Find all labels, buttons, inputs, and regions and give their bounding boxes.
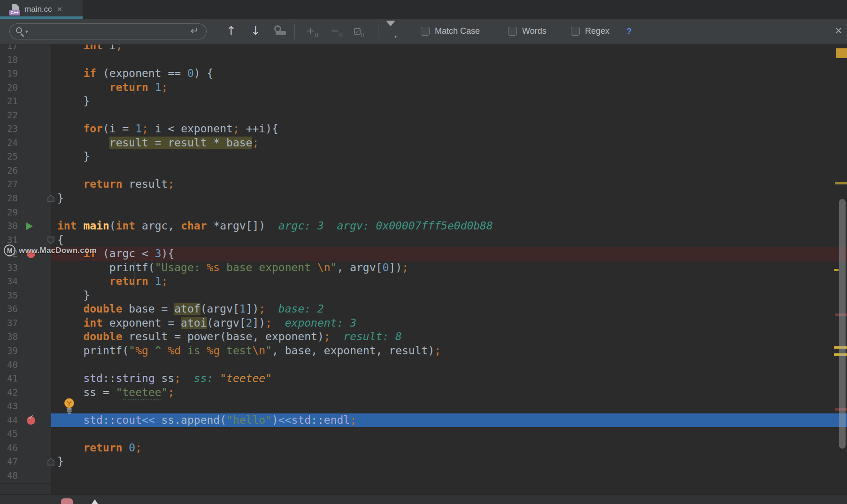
gutter[interactable]: 18 bbox=[0, 53, 51, 67]
breakpoint-checked-icon[interactable] bbox=[27, 416, 35, 425]
code-text[interactable] bbox=[51, 108, 847, 122]
code-text[interactable]: if (argc < 3){ bbox=[51, 247, 847, 261]
gutter[interactable]: 21 bbox=[0, 94, 51, 108]
find-in-selection-icon[interactable] bbox=[274, 25, 286, 35]
code-text[interactable]: } bbox=[51, 150, 847, 164]
regex-option[interactable]: Regex bbox=[571, 26, 609, 36]
code-text[interactable]: { bbox=[51, 233, 847, 247]
gutter[interactable]: 33 bbox=[0, 261, 51, 275]
code-line-40[interactable]: 40 bbox=[0, 358, 847, 372]
code-line-22[interactable]: 22 bbox=[0, 108, 847, 122]
code-text[interactable]: result = result * base; bbox=[51, 136, 847, 150]
words-option[interactable]: Words bbox=[508, 26, 547, 36]
gutter[interactable]: 39 bbox=[0, 344, 51, 358]
code-line-27[interactable]: 27 return result; bbox=[0, 177, 847, 191]
search-input[interactable] bbox=[33, 25, 188, 38]
code-line-24[interactable]: 24 result = result * base; bbox=[0, 136, 847, 150]
gutter[interactable]: 41 bbox=[0, 372, 51, 386]
code-line-47[interactable]: 47} bbox=[0, 455, 847, 469]
gutter[interactable]: 46 bbox=[0, 441, 51, 455]
run-button[interactable] bbox=[26, 222, 33, 230]
gutter[interactable]: 42 bbox=[0, 386, 51, 400]
gutter[interactable]: 24 bbox=[0, 136, 51, 150]
gutter[interactable]: 30 bbox=[0, 219, 51, 233]
intention-bulb-icon[interactable] bbox=[64, 398, 75, 416]
gutter[interactable]: 23 bbox=[0, 122, 51, 136]
code-text[interactable]: printf("%g ^ %d is %g test\n", base, exp… bbox=[51, 344, 847, 358]
code-text[interactable]: if (exponent == 0) { bbox=[51, 67, 847, 81]
code-text[interactable] bbox=[51, 399, 847, 413]
gutter[interactable]: 34 bbox=[0, 275, 51, 289]
code-line-43[interactable]: 43 bbox=[0, 399, 847, 413]
gutter[interactable]: 22 bbox=[0, 108, 51, 122]
add-occurrence-button[interactable]: +II bbox=[306, 25, 319, 38]
gutter[interactable]: 29 bbox=[0, 206, 51, 220]
code-text[interactable]: printf("Usage: %s base exponent \n", arg… bbox=[51, 261, 847, 275]
code-text[interactable]: } bbox=[51, 289, 847, 303]
code-text[interactable]: double base = atof(argv[1]); base: 2 bbox=[51, 302, 847, 316]
filter-search-results-button[interactable]: ▾ bbox=[386, 26, 395, 35]
code-line-48[interactable]: 48 bbox=[0, 469, 847, 483]
match-case-option[interactable]: Match Case bbox=[421, 26, 480, 36]
panel-arrow-icon[interactable] bbox=[91, 499, 99, 504]
gutter[interactable]: 27 bbox=[0, 177, 51, 191]
tab-main-cc[interactable]: C++ main.cc ✕ bbox=[0, 0, 83, 19]
gutter[interactable]: 26 bbox=[0, 164, 51, 178]
code-line-31[interactable]: 31{ bbox=[0, 233, 847, 247]
error-stripe-mark[interactable] bbox=[835, 182, 847, 184]
gutter[interactable]: 25 bbox=[0, 150, 51, 164]
code-line-37[interactable]: 37 int exponent = atoi(argv[2]); exponen… bbox=[0, 316, 847, 330]
code-text[interactable] bbox=[51, 206, 847, 220]
code-editor[interactable]: 17 int i;1819 if (exponent == 0) {20 ret… bbox=[0, 39, 847, 483]
code-text[interactable]: return 0; bbox=[51, 441, 847, 455]
code-text[interactable]: return 1; bbox=[51, 81, 847, 95]
gutter[interactable]: 48 bbox=[0, 469, 51, 483]
gutter[interactable]: 35 bbox=[0, 289, 51, 303]
code-line-46[interactable]: 46 return 0; bbox=[0, 441, 847, 455]
code-text[interactable]: for(i = 1; i < exponent; ++i){ bbox=[51, 122, 847, 136]
code-text[interactable]: return 1; bbox=[51, 275, 847, 289]
code-line-33[interactable]: 33 printf("Usage: %s base exponent \n", … bbox=[0, 261, 847, 275]
error-stripe-mark[interactable] bbox=[834, 269, 839, 271]
gutter[interactable]: 36 bbox=[0, 302, 51, 316]
code-line-38[interactable]: 38 double result = power(base, exponent)… bbox=[0, 330, 847, 344]
select-all-occurrences-button[interactable]: ✓II bbox=[354, 25, 365, 38]
code-line-45[interactable]: 45 bbox=[0, 427, 847, 441]
code-text[interactable] bbox=[51, 53, 847, 67]
code-line-41[interactable]: 41 std::string ss; ss: "teetee" bbox=[0, 372, 847, 386]
code-text[interactable] bbox=[51, 358, 847, 372]
code-text[interactable] bbox=[51, 427, 847, 441]
code-line-25[interactable]: 25 } bbox=[0, 150, 847, 164]
code-text[interactable]: int main(int argc, char *argv[]) argc: 3… bbox=[51, 219, 847, 233]
close-search-bar-icon[interactable]: ✕ bbox=[835, 25, 842, 36]
code-line-39[interactable]: 39 printf("%g ^ %d is %g test\n", base, … bbox=[0, 344, 847, 358]
code-text[interactable]: } bbox=[51, 191, 847, 206]
scrollbar-thumb[interactable] bbox=[839, 199, 846, 449]
gutter[interactable]: 38 bbox=[0, 330, 51, 344]
gutter[interactable]: 28 bbox=[0, 191, 51, 206]
code-line-21[interactable]: 21 } bbox=[0, 94, 847, 108]
code-text[interactable] bbox=[51, 164, 847, 178]
code-text[interactable] bbox=[51, 469, 847, 483]
code-text[interactable]: } bbox=[51, 455, 847, 469]
code-text[interactable]: int exponent = atoi(argv[2]); exponent: … bbox=[51, 316, 847, 330]
code-line-20[interactable]: 20 return 1; bbox=[0, 81, 847, 95]
code-line-28[interactable]: 28} bbox=[0, 191, 847, 206]
code-line-36[interactable]: 36 double base = atof(argv[1]); base: 2 bbox=[0, 302, 847, 316]
gutter[interactable]: 47 bbox=[0, 455, 51, 469]
gutter[interactable]: 45 bbox=[0, 427, 51, 441]
gutter[interactable]: 37 bbox=[0, 316, 51, 330]
tab-close-icon[interactable]: ✕ bbox=[57, 5, 63, 14]
gutter[interactable]: 19 bbox=[0, 67, 51, 81]
code-line-35[interactable]: 35 } bbox=[0, 289, 847, 303]
remove-occurrence-button[interactable]: −II bbox=[331, 25, 343, 38]
gutter[interactable]: 44 bbox=[0, 413, 51, 428]
previous-occurrence-button[interactable]: ↑ bbox=[226, 24, 236, 38]
words-checkbox[interactable] bbox=[508, 27, 517, 36]
gutter[interactable]: 20 bbox=[0, 81, 51, 95]
code-line-29[interactable]: 29 bbox=[0, 206, 847, 220]
next-occurrence-button[interactable]: ↓ bbox=[251, 24, 261, 38]
code-line-34[interactable]: 34 return 1; bbox=[0, 275, 847, 289]
code-line-32[interactable]: 32 if (argc < 3){ bbox=[0, 247, 847, 261]
code-text[interactable]: return result; bbox=[51, 177, 847, 191]
